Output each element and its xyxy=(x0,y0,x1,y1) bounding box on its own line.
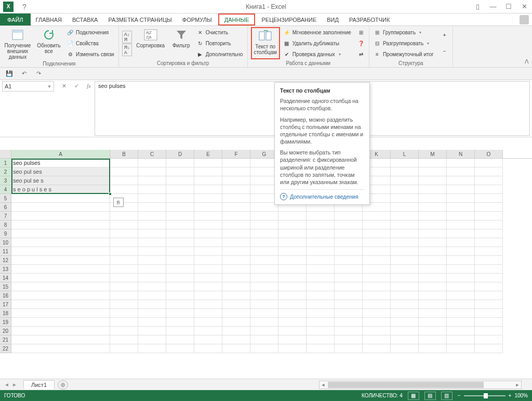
cell[interactable] xyxy=(419,318,447,327)
chevron-down-icon[interactable]: ▼ xyxy=(47,84,51,89)
cell[interactable] xyxy=(278,309,307,318)
clear-filter-button[interactable]: ✕Очистить xyxy=(195,28,244,36)
cell[interactable] xyxy=(11,291,110,300)
cell[interactable] xyxy=(447,335,475,344)
cell[interactable] xyxy=(278,344,307,353)
cell[interactable] xyxy=(110,221,138,229)
cell[interactable] xyxy=(278,221,307,229)
cell[interactable] xyxy=(475,256,503,265)
cell[interactable] xyxy=(11,229,110,238)
column-header[interactable]: E xyxy=(194,150,222,158)
name-box[interactable]: A1 ▼ xyxy=(2,81,54,92)
cell[interactable] xyxy=(194,167,222,176)
column-header[interactable]: M xyxy=(419,150,447,158)
column-header[interactable]: A xyxy=(11,150,110,158)
cell[interactable] xyxy=(475,247,503,256)
cell[interactable] xyxy=(447,176,475,185)
cell[interactable] xyxy=(250,221,278,229)
cell[interactable] xyxy=(419,238,447,247)
user-account[interactable] xyxy=(516,14,532,25)
cell[interactable] xyxy=(419,344,447,353)
tab-data[interactable]: ДАННЫЕ xyxy=(218,14,256,25)
cell[interactable] xyxy=(222,203,250,212)
flash-fill-button[interactable]: ⚡Мгновенное заполнение xyxy=(282,28,352,36)
cell[interactable] xyxy=(307,282,335,291)
cell[interactable] xyxy=(391,344,419,353)
cell[interactable] xyxy=(194,300,222,309)
text-to-columns-button[interactable]: Текст по столбцам xyxy=(251,27,280,59)
cell[interactable] xyxy=(194,176,222,185)
cell[interactable] xyxy=(363,309,391,318)
cell[interactable] xyxy=(166,327,194,335)
row-header[interactable]: 7 xyxy=(0,212,11,221)
zoom-out-icon[interactable]: − xyxy=(458,393,461,398)
cell[interactable] xyxy=(166,274,194,282)
cell[interactable] xyxy=(419,185,447,194)
cell[interactable] xyxy=(447,238,475,247)
cell[interactable] xyxy=(475,335,503,344)
cell[interactable] xyxy=(475,212,503,221)
cell[interactable] xyxy=(278,256,307,265)
cell[interactable] xyxy=(419,247,447,256)
row-header[interactable]: 22 xyxy=(0,344,11,353)
subtotal-button[interactable]: ≡Промежуточный итог xyxy=(373,50,435,58)
sort-asc-button[interactable]: A↓Я xyxy=(122,31,132,43)
undo-icon[interactable]: ↶ xyxy=(19,69,29,79)
cell[interactable] xyxy=(307,344,335,353)
ungroup-button[interactable]: ⊟Разгруппировать▾ xyxy=(373,39,435,47)
cell[interactable] xyxy=(110,318,138,327)
cell[interactable] xyxy=(447,212,475,221)
cell[interactable] xyxy=(363,327,391,335)
cell[interactable] xyxy=(391,238,419,247)
cell[interactable] xyxy=(110,185,138,194)
cell[interactable] xyxy=(222,176,250,185)
cell[interactable] xyxy=(391,282,419,291)
cell[interactable] xyxy=(110,282,138,291)
redo-icon[interactable]: ↷ xyxy=(33,69,44,79)
cell[interactable] xyxy=(110,167,138,176)
cell[interactable] xyxy=(391,327,419,335)
cell[interactable] xyxy=(222,300,250,309)
row-header[interactable]: 1 xyxy=(0,159,11,167)
view-normal-icon[interactable]: ▦ xyxy=(408,392,419,400)
column-header[interactable]: O xyxy=(475,150,503,158)
cell[interactable] xyxy=(222,212,250,221)
cell[interactable] xyxy=(138,282,166,291)
cell[interactable] xyxy=(166,335,194,344)
cell[interactable] xyxy=(250,327,278,335)
worksheet-grid[interactable]: ABCDEFGHIJKLMNO 1seo pulses2seo pul ses3… xyxy=(0,150,532,377)
tab-review[interactable]: РЕЦЕНЗИРОВАНИЕ xyxy=(256,14,322,25)
cell[interactable] xyxy=(166,300,194,309)
row-header[interactable]: 12 xyxy=(0,256,11,265)
cell[interactable] xyxy=(475,159,503,167)
cell[interactable] xyxy=(138,194,166,203)
cell[interactable] xyxy=(166,247,194,256)
cell[interactable] xyxy=(222,185,250,194)
cell[interactable] xyxy=(419,159,447,167)
cell[interactable] xyxy=(278,291,307,300)
cell[interactable] xyxy=(194,318,222,327)
cell[interactable] xyxy=(222,167,250,176)
cell[interactable] xyxy=(194,229,222,238)
cell[interactable] xyxy=(166,265,194,274)
connections-button[interactable]: 🔗Подключения xyxy=(65,28,115,36)
cell[interactable] xyxy=(250,247,278,256)
cell[interactable] xyxy=(391,318,419,327)
cell[interactable] xyxy=(250,344,278,353)
cell[interactable] xyxy=(11,318,110,327)
cell[interactable] xyxy=(391,221,419,229)
cell[interactable] xyxy=(194,309,222,318)
cell[interactable] xyxy=(475,238,503,247)
cell[interactable] xyxy=(307,256,335,265)
tab-file[interactable]: ФАЙЛ xyxy=(0,14,31,25)
cell[interactable] xyxy=(475,185,503,194)
cell[interactable] xyxy=(11,300,110,309)
cell[interactable] xyxy=(307,247,335,256)
cell[interactable] xyxy=(363,265,391,274)
cell[interactable] xyxy=(138,221,166,229)
cell[interactable] xyxy=(166,167,194,176)
save-icon[interactable]: 💾 xyxy=(4,69,15,79)
cell[interactable] xyxy=(475,229,503,238)
cell[interactable] xyxy=(363,238,391,247)
cell[interactable] xyxy=(166,176,194,185)
